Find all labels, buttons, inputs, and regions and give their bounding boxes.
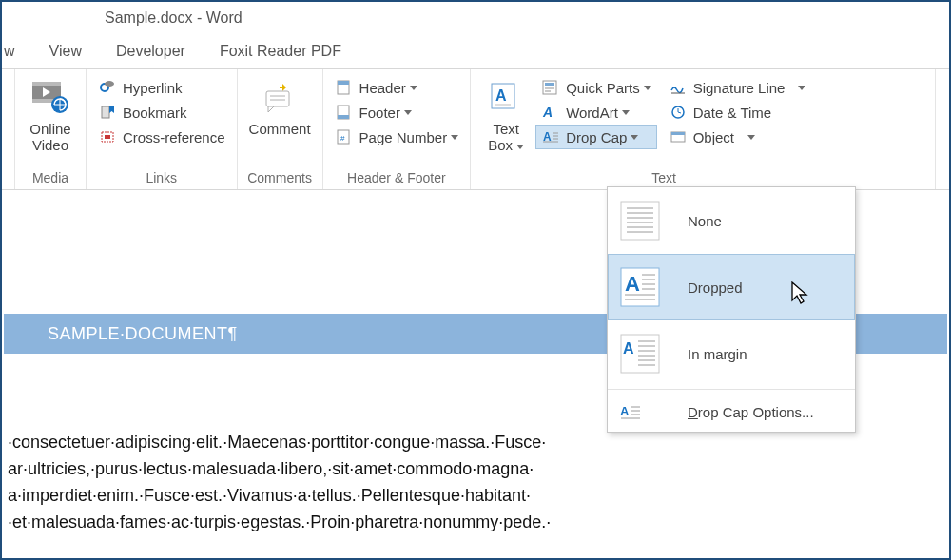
drop-cap-option-dropped[interactable]: A Dropped: [608, 254, 855, 320]
drop-cap-in-margin-label: In margin: [688, 346, 747, 362]
svg-text:A: A: [620, 404, 630, 418]
tab-foxit-reader-pdf[interactable]: Foxit Reader PDF: [203, 43, 359, 60]
online-video-button[interactable]: Online Video: [21, 73, 80, 156]
footer-dropdown-caret: [404, 110, 412, 115]
drop-cap-menu: None A Dropped A In margin A Drop Cap Op…: [607, 186, 856, 433]
drop-cap-in-margin-icon: A: [619, 333, 661, 375]
body-line: ·consectetuer·adipiscing·elit.·Maecenas·…: [8, 430, 943, 456]
ribbon: a Online Vide: [2, 68, 949, 190]
svg-rect-12: [105, 135, 110, 139]
online-video-label: Online Video: [29, 121, 70, 154]
date-time-icon: [669, 104, 688, 121]
comment-icon: [258, 75, 301, 119]
svg-rect-43: [621, 202, 659, 240]
group-label-comments: Comments: [238, 167, 322, 189]
svg-rect-19: [338, 81, 349, 85]
wordart-dropdown-caret: [622, 110, 630, 115]
body-line: ar·ultricies,·purus·lectus·malesuada·lib…: [8, 456, 943, 483]
header-button[interactable]: Header: [329, 75, 465, 100]
svg-rect-30: [545, 90, 551, 92]
drop-cap-button[interactable]: A Drop Cap: [535, 125, 657, 149]
svg-text:A: A: [625, 272, 640, 296]
text-box-dropdown-caret: [516, 145, 524, 149]
group-label-links: Links: [87, 167, 237, 189]
page-number-dropdown-caret: [451, 135, 458, 140]
quick-parts-icon: [541, 79, 560, 96]
ribbon-group-truncated-right: [936, 69, 949, 189]
drop-cap-options-label: Drop Cap Options...: [688, 404, 814, 420]
svg-marker-15: [268, 106, 274, 112]
tab-developer[interactable]: Developer: [99, 43, 203, 60]
text-box-label: Text Box: [488, 121, 524, 154]
footer-icon: [335, 104, 354, 121]
quick-parts-label: Quick Parts: [566, 80, 640, 96]
cross-reference-button[interactable]: Cross-reference: [92, 125, 231, 149]
comment-label: Comment: [249, 121, 311, 137]
tab-cut-left[interactable]: w: [2, 43, 32, 60]
text-box-icon: A: [484, 75, 528, 119]
signature-line-button[interactable]: Signature Line: [663, 75, 812, 100]
wordart-label: WordArt: [566, 105, 618, 121]
ribbon-group-header-footer: Header Footer # Page Number: [323, 69, 472, 189]
drop-cap-none-label: None: [688, 213, 722, 229]
cross-reference-icon: [98, 128, 117, 145]
svg-point-8: [105, 81, 114, 87]
hyperlink-button[interactable]: Hyperlink: [92, 75, 231, 100]
svg-rect-13: [280, 87, 285, 88]
hyperlink-label: Hyperlink: [123, 80, 183, 96]
text-box-button[interactable]: A Text Box: [476, 73, 535, 156]
drop-cap-icon: A: [541, 128, 560, 145]
ribbon-group-comments: Comment Comments: [238, 69, 323, 189]
object-button[interactable]: Object: [663, 125, 812, 149]
object-icon: [669, 128, 688, 145]
page-number-button[interactable]: # Page Number: [329, 125, 465, 149]
drop-cap-dropped-icon: A: [619, 266, 661, 308]
group-label-header-footer: Header & Footer: [323, 167, 471, 189]
drop-cap-dropdown-caret: [631, 135, 638, 140]
ribbon-group-media: Online Video Media: [15, 69, 87, 189]
drop-cap-options-icon: A: [619, 401, 661, 422]
svg-marker-10: [109, 106, 114, 113]
footer-label: Footer: [359, 105, 400, 121]
svg-rect-14: [266, 91, 289, 106]
svg-rect-28: [545, 83, 554, 86]
drop-cap-option-none[interactable]: None: [608, 187, 855, 254]
page-number-icon: #: [335, 128, 354, 145]
tab-view[interactable]: View: [32, 43, 99, 60]
svg-text:A: A: [542, 105, 553, 120]
bookmark-button[interactable]: Bookmark: [92, 100, 231, 125]
drop-cap-options-menu-item[interactable]: A Drop Cap Options...: [608, 392, 855, 432]
title-bar: Sample.docx - Word: [2, 2, 949, 34]
wordart-button[interactable]: A WordArt: [535, 100, 657, 125]
date-time-button[interactable]: Date & Time: [663, 100, 812, 125]
wordart-icon: A: [541, 104, 560, 121]
comment-button[interactable]: Comment: [243, 73, 317, 139]
ribbon-group-links: Hyperlink Bookmark Cross-reference Links: [87, 69, 238, 189]
header-icon: [335, 79, 354, 96]
svg-rect-9: [102, 106, 109, 118]
signature-line-label: Signature Line: [693, 80, 786, 96]
page-number-label: Page Number: [359, 129, 448, 145]
quick-parts-dropdown-caret: [644, 86, 651, 90]
svg-rect-42: [671, 132, 685, 135]
document-heading-text: SAMPLE·DOCUMENT¶: [48, 324, 238, 344]
bookmark-label: Bookmark: [123, 105, 187, 121]
svg-text:A: A: [495, 87, 507, 104]
body-line: ·et·malesuada·fames·ac·turpis·egestas.·P…: [8, 510, 943, 536]
svg-text:A: A: [623, 340, 634, 357]
ribbon-group-truncated-left: a: [2, 69, 15, 189]
svg-rect-29: [545, 87, 554, 89]
drop-cap-option-in-margin[interactable]: A In margin: [608, 320, 855, 387]
svg-text:#: #: [340, 134, 345, 143]
bookmark-icon: [98, 104, 117, 121]
ribbon-group-text: A Text Box Quick Parts A: [471, 69, 936, 189]
drop-cap-dropped-label: Dropped: [688, 280, 743, 296]
header-dropdown-caret: [410, 86, 417, 90]
online-video-icon: [29, 75, 72, 119]
hyperlink-icon: [98, 79, 117, 96]
footer-button[interactable]: Footer: [329, 100, 465, 125]
quick-parts-button[interactable]: Quick Parts: [535, 75, 657, 100]
date-time-label: Date & Time: [693, 105, 772, 121]
signature-line-dropdown-caret: [798, 86, 805, 90]
drop-cap-none-icon: [619, 200, 661, 241]
